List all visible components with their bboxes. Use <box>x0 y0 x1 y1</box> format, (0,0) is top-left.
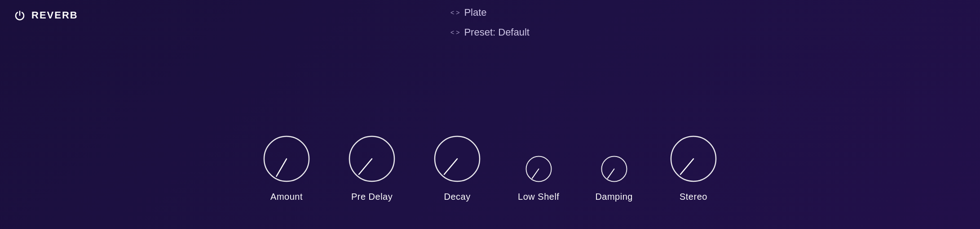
preset-label: Preset: Default <box>464 27 530 38</box>
svg-line-5 <box>444 159 457 174</box>
knob-low-shelf-label: Low Shelf <box>518 192 559 202</box>
knobs-section: Amount Pre Delay Decay <box>0 134 980 202</box>
svg-line-3 <box>359 159 372 174</box>
preset-chevrons[interactable]: < > <box>450 29 459 36</box>
knob-pre-delay[interactable]: Pre Delay <box>347 134 397 202</box>
knob-stereo-wrapper[interactable] <box>669 134 718 184</box>
knob-decay-label: Decay <box>444 192 470 202</box>
knob-stereo-label: Stereo <box>680 192 707 202</box>
center-header: < > Plate < > Preset: Default <box>450 7 530 38</box>
svg-line-11 <box>680 159 693 174</box>
title-area: REVERB <box>13 9 78 22</box>
knob-stereo[interactable]: Stereo <box>669 134 718 202</box>
plate-label: Plate <box>464 7 486 18</box>
knob-pre-delay-wrapper[interactable] <box>347 134 397 184</box>
plate-nav[interactable]: < > Plate <box>450 7 487 18</box>
knob-amount-label: Amount <box>270 192 303 202</box>
preset-chevron-left[interactable]: < <box>450 29 454 36</box>
knob-damping-wrapper[interactable] <box>600 154 629 184</box>
preset-nav[interactable]: < > Preset: Default <box>450 27 530 38</box>
svg-line-9 <box>608 169 614 179</box>
plate-chevrons[interactable]: < > <box>450 9 459 16</box>
knob-amount[interactable]: Amount <box>262 134 311 202</box>
knob-damping-label: Damping <box>595 192 633 202</box>
knob-decay[interactable]: Decay <box>433 134 482 202</box>
knob-low-shelf[interactable]: Low Shelf <box>518 154 559 202</box>
main-container: REVERB < > Plate < > Preset: Default <box>0 0 980 229</box>
knob-decay-wrapper[interactable] <box>433 134 482 184</box>
power-button[interactable] <box>13 9 26 22</box>
knob-amount-wrapper[interactable] <box>262 134 311 184</box>
reverb-title: REVERB <box>31 9 78 21</box>
knob-damping[interactable]: Damping <box>595 154 633 202</box>
svg-line-7 <box>532 169 539 179</box>
svg-line-1 <box>277 159 287 176</box>
plate-chevron-right[interactable]: > <box>456 9 459 16</box>
preset-chevron-right[interactable]: > <box>456 29 459 36</box>
knob-low-shelf-wrapper[interactable] <box>524 154 553 184</box>
plate-chevron-left[interactable]: < <box>450 9 454 16</box>
knob-pre-delay-label: Pre Delay <box>351 192 393 202</box>
